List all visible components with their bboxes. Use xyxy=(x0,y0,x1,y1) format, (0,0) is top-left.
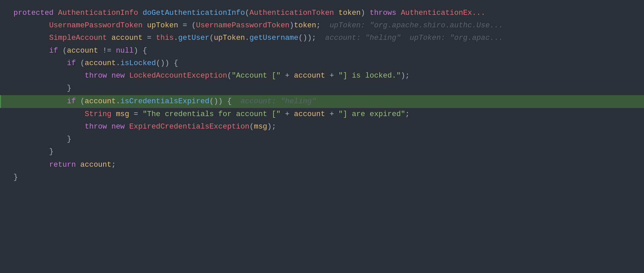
token-plain: ()) { xyxy=(209,95,232,107)
debug-hint: account: "heling" xyxy=(232,95,316,107)
code-line: protected AuthenticationInfo doGetAuthen… xyxy=(0,7,644,19)
token-plain: ) { xyxy=(134,45,147,57)
token-variable: account xyxy=(294,70,325,82)
indent xyxy=(13,121,85,133)
token-variable: account xyxy=(67,45,98,57)
token-plain: ; xyxy=(111,159,116,171)
token-variable: msg xyxy=(254,121,267,133)
token-kw-control: if xyxy=(49,45,63,57)
token-plain: ) xyxy=(290,20,294,31)
token-classname: UsernamePasswordToken xyxy=(49,20,147,31)
token-plain: ( xyxy=(80,95,85,107)
code-line: UsernamePasswordToken upToken = (Usernam… xyxy=(0,19,644,32)
token-plain: ); xyxy=(267,121,276,133)
token-kw-control: null xyxy=(116,45,134,57)
code-line: } xyxy=(0,145,644,158)
token-plain: ( xyxy=(245,7,250,19)
code-line: String msg = "The credentials for accoun… xyxy=(0,108,644,120)
token-classname: ExpiredCredentialsException xyxy=(129,121,249,133)
token-kw-control: return xyxy=(49,159,80,171)
code-line: } xyxy=(0,133,644,145)
token-classname: String xyxy=(85,108,116,120)
token-variable: account xyxy=(80,159,111,171)
token-kw-control: new xyxy=(111,70,129,82)
token-classname: AuthenticationInfo xyxy=(58,7,143,19)
token-classname: AuthenticationToken xyxy=(250,7,339,19)
token-string: "] is locked." xyxy=(339,70,401,82)
token-plain: + xyxy=(325,70,339,82)
token-plain: + xyxy=(281,70,294,82)
token-variable: account xyxy=(111,32,142,44)
token-kw-control: new xyxy=(111,121,129,133)
token-plain: + xyxy=(281,108,294,120)
token-variable: token xyxy=(339,7,361,19)
token-plain: } xyxy=(67,82,71,94)
token-plain: = ( xyxy=(178,20,196,31)
code-line: throw new ExpiredCredentialsException(ms… xyxy=(0,120,644,133)
token-string: "Account [" xyxy=(232,70,281,82)
token-plain: . xyxy=(245,32,250,44)
token-classname: LockedAccountException xyxy=(129,70,227,82)
token-plain: ( xyxy=(62,45,67,57)
token-plain: = xyxy=(129,108,143,120)
code-line: if (account.isCredentialsExpired()) { ac… xyxy=(0,95,644,108)
token-variable: account xyxy=(85,95,116,107)
code-line: } xyxy=(0,82,644,94)
token-plain: != xyxy=(98,45,116,57)
token-method: isCredentialsExpired xyxy=(120,95,209,107)
code-editor: protected AuthenticationInfo doGetAuthen… xyxy=(0,0,644,273)
token-plain: + xyxy=(325,108,339,120)
token-variable: msg xyxy=(116,108,129,120)
indent xyxy=(13,82,67,94)
token-kw-control: if xyxy=(67,57,80,69)
token-kw-control: throw xyxy=(85,121,111,133)
token-plain: ); xyxy=(401,70,410,82)
token-string: "] are expired" xyxy=(339,108,405,120)
token-plain: ( xyxy=(227,70,232,82)
indent xyxy=(13,20,49,31)
token-kw-access: protected xyxy=(13,7,58,19)
indent xyxy=(13,146,49,158)
token-plain: ; xyxy=(316,20,321,31)
indent xyxy=(13,32,49,44)
token-plain: . xyxy=(116,95,120,107)
indent xyxy=(13,159,49,171)
token-method: isLocked xyxy=(120,57,156,69)
token-plain: } xyxy=(67,133,71,145)
token-variable: token xyxy=(294,20,316,31)
token-variable: account xyxy=(85,57,116,69)
token-method: doGetAuthenticationInfo xyxy=(143,7,245,19)
token-method: getUser xyxy=(178,32,209,44)
token-kw-this: this xyxy=(156,32,174,44)
code-line: if (account != null) { xyxy=(0,45,644,57)
token-string: "The credentials for account [" xyxy=(143,108,281,120)
debug-hint: upToken: "org.apache.shiro.authc.Use... xyxy=(321,20,503,31)
token-classname: AuthenticationEx... xyxy=(401,7,486,19)
indent xyxy=(13,95,67,107)
code-line: } xyxy=(0,171,644,184)
token-plain: } xyxy=(13,171,18,183)
token-plain: ) xyxy=(361,7,370,19)
token-variable: upToken xyxy=(147,20,178,31)
token-kw-control: if xyxy=(67,95,80,107)
code-line: if (account.isLocked()) { xyxy=(0,57,644,70)
token-plain: ( xyxy=(250,121,254,133)
token-plain: . xyxy=(174,32,178,44)
token-plain: ; xyxy=(405,108,410,120)
code-line: SimpleAccount account = this.getUser(upT… xyxy=(0,32,644,44)
token-plain: ()); xyxy=(298,32,316,44)
indent xyxy=(13,57,67,69)
debug-hint: account: "heling" upToken: "org.apac... xyxy=(316,32,503,44)
token-plain: ()) { xyxy=(156,57,178,69)
token-method: getUsername xyxy=(250,32,298,44)
token-plain: . xyxy=(116,57,120,69)
indent xyxy=(13,133,67,145)
token-classname: UsernamePasswordToken xyxy=(196,20,289,31)
token-plain: = xyxy=(143,32,156,44)
token-kw-control: throws xyxy=(370,7,401,19)
token-classname: SimpleAccount xyxy=(49,32,112,44)
indent xyxy=(13,45,49,57)
code-line: return account; xyxy=(0,159,644,171)
token-plain: } xyxy=(49,146,54,158)
code-line: throw new LockedAccountException("Accoun… xyxy=(0,70,644,82)
